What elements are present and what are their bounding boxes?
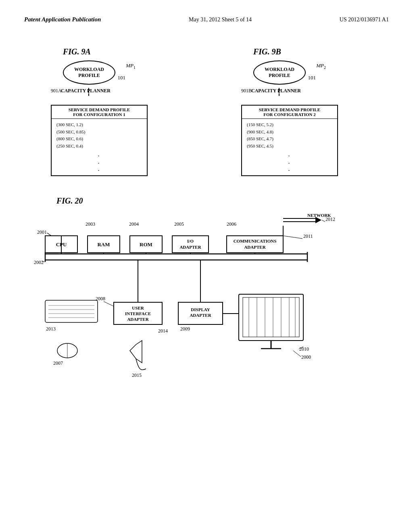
svg-rect-19: [243, 297, 299, 337]
ref-2009: 2009: [180, 326, 190, 332]
ref-2005: 2005: [174, 221, 184, 227]
svg-line-12: [283, 236, 302, 239]
svg-line-13: [104, 301, 114, 306]
fig-9a-label: FIG. 9A: [63, 47, 91, 56]
fig-9b-container: FIG. 9B WORKLOAD PROFILE MP2 101 901B CA…: [241, 47, 362, 176]
fig-20-diagram: CPU 2001 RAM 2003 ROM 2004 I/O ADAPTER 2…: [33, 214, 380, 383]
fig-9a-oval-line2: PROFILE: [78, 73, 100, 79]
list-item: (800 SEC, 0.6): [56, 135, 142, 143]
fig-9b-ref-101: 101: [308, 75, 316, 81]
display-label-2: ADAPTER: [190, 313, 211, 318]
figs-top-section: FIG. 9A WORKLOAD PROFILE MP1 101 901A CA…: [24, 47, 389, 176]
list-item: (250 SEC, 0.4): [56, 143, 142, 150]
ref-2006: 2006: [227, 221, 236, 227]
fig-9b-dots: ···: [242, 152, 337, 175]
fig-9a-capacity-box: SERVICE DEMAND PROFILEFOR CONFIGURATION …: [51, 105, 148, 176]
ui-label-2: INTERFACE: [125, 311, 151, 316]
rom-label: ROM: [140, 241, 152, 247]
fig-9a-dots: ···: [52, 152, 147, 175]
io-label-1: I/O: [187, 239, 194, 243]
list-item: (850 SEC, 4.7): [247, 135, 332, 143]
fig-9b-capacity-wrapper: 901B CAPACITY PLANNER SERVICE DEMAND PRO…: [241, 96, 338, 176]
network-arrow: [315, 217, 321, 223]
fig-9b-oval-line1: WORKLOAD: [265, 66, 294, 73]
header-left: Patent Application Publication: [24, 16, 101, 23]
fig-9a-capacity-planner-label: CAPACITY PLANNER: [61, 88, 111, 94]
svg-line-2: [47, 233, 51, 236]
fig-9a-container: FIG. 9A WORKLOAD PROFILE MP1 101 901A CA…: [51, 47, 172, 176]
io-label-2: ADAPTER: [179, 245, 201, 249]
fig-9a-mp-label: MP1: [126, 62, 136, 70]
list-item: (300 SEC, 1.2): [56, 121, 142, 129]
ref-2000: 2000: [301, 354, 311, 360]
fig-9b-service-demand-header: SERVICE DEMAND PROFILEFOR CONFIGURATION …: [242, 106, 337, 119]
fig-9b-ref-901b: 901B: [241, 88, 252, 94]
list-item: (150 SEC, 5.2): [247, 121, 332, 129]
comm-label-2: ADAPTER: [244, 245, 266, 249]
fig-9a-items: (300 SEC, 1.2) (500 SEC, 0.85) (800 SEC,…: [52, 119, 147, 152]
ui-label-1: USER: [132, 305, 144, 310]
list-item: (500 SEC, 0.85): [56, 129, 142, 136]
ram-label: RAM: [97, 241, 110, 247]
list-item: (900 SEC, 4.8): [247, 129, 332, 136]
ui-label-3: ADAPTER: [127, 317, 149, 322]
ref-2007: 2007: [53, 360, 63, 366]
fig-9b-oval-wrapper: WORKLOAD PROFILE MP2 101: [253, 60, 306, 85]
fig-20-label: FIG. 20: [56, 196, 389, 206]
page-header: Patent Application Publication May 31, 2…: [0, 0, 413, 23]
comm-label-1: COMMUNICATIONS: [234, 239, 277, 243]
fig-9b-capacity-planner-label: CAPACITY PLANNER: [251, 88, 301, 94]
svg-line-11: [322, 220, 325, 222]
fig-20-section: FIG. 20 CPU 2001 RAM 2003: [24, 196, 389, 383]
header-center: May 31, 2012 Sheet 5 of 14: [189, 17, 252, 23]
ref-2012: 2012: [325, 216, 335, 222]
fig-9b-mp-label: MP2: [316, 62, 326, 70]
ref-2003: 2003: [86, 221, 95, 227]
keyboard-sketch: [45, 300, 98, 322]
ref-2015: 2015: [132, 372, 142, 378]
fig-9b-items: (150 SEC, 5.2) (900 SEC, 4.8) (850 SEC, …: [242, 119, 337, 152]
fig-9b-label: FIG. 9B: [253, 47, 281, 56]
ref-2011: 2011: [303, 233, 313, 239]
fig-9a-oval-wrapper: WORKLOAD PROFILE MP1 101: [63, 60, 115, 85]
ref-2010: 2010: [299, 346, 309, 352]
fig-9a-service-demand-header: SERVICE DEMAND PROFILEFOR CONFIGURATION …: [52, 106, 147, 119]
fig-9a-capacity-wrapper: 901A CAPACITY PLANNER SERVICE DEMAND PRO…: [51, 96, 148, 176]
ref-2001: 2001: [37, 229, 47, 235]
list-item: (950 SEC, 4.5): [247, 143, 332, 150]
fig-9a-ref-901a: 901A: [51, 88, 62, 94]
fig-9a-oval-line1: WORKLOAD: [74, 66, 104, 73]
main-content: FIG. 9A WORKLOAD PROFILE MP1 101 901A CA…: [0, 23, 413, 391]
ref-2004: 2004: [129, 221, 139, 227]
ref-2013: 2013: [46, 326, 56, 332]
ref-2002: 2002: [34, 260, 44, 265]
fig-9b-capacity-box: SERVICE DEMAND PROFILEFOR CONFIGURATION …: [241, 105, 338, 176]
header-right: US 2012/0136971 A1: [340, 17, 389, 23]
display-label-1: DISPLAY: [191, 307, 210, 312]
fig-9b-oval-line2: PROFILE: [269, 73, 290, 79]
ref-2014: 2014: [158, 328, 168, 334]
fig-9a-ref-101: 101: [118, 75, 126, 81]
fig-9a-oval: WORKLOAD PROFILE: [63, 60, 115, 85]
fig-9b-oval: WORKLOAD PROFILE: [253, 60, 306, 85]
